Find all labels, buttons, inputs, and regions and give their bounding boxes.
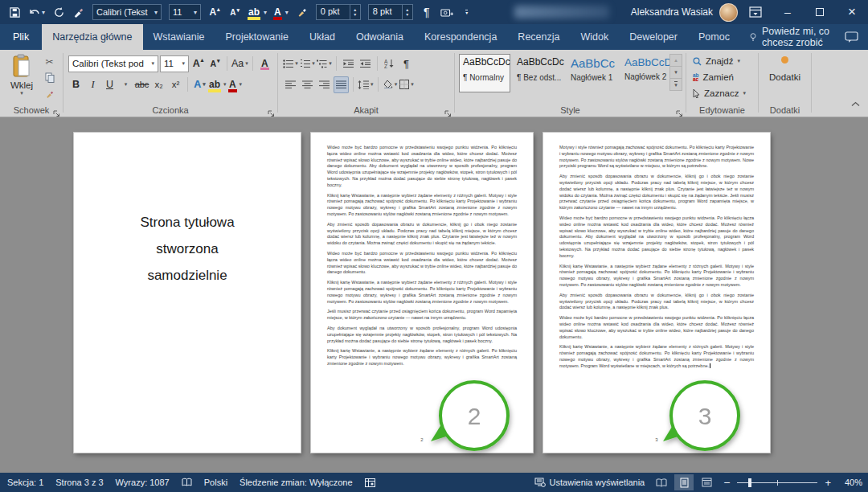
underline-button[interactable]: U — [102, 76, 117, 93]
change-case-button[interactable]: Aa▾ — [231, 55, 248, 72]
style-heading2[interactable]: AaBbCcD Nagłówek 2 — [620, 54, 672, 92]
style-no-spacing[interactable]: AaBbCcDc ¶ Bez odst... — [513, 54, 564, 92]
tab-view[interactable]: Widok — [570, 24, 619, 50]
grow-font-button[interactable]: A▴ — [190, 55, 206, 72]
screenshot-icon[interactable] — [440, 3, 453, 21]
dialog-launcher-icon[interactable] — [268, 106, 275, 113]
numbering-button[interactable]: ▾ — [300, 55, 315, 72]
font-size-combo[interactable]: 11 ▾ — [160, 55, 189, 72]
font-color-button[interactable]: A ▾ — [274, 3, 289, 21]
subscript-button[interactable]: x₂ — [151, 76, 166, 93]
shading-button[interactable]: ▾ — [383, 76, 398, 93]
clear-formatting-button[interactable]: A — [257, 55, 272, 72]
zoom-out-button[interactable]: − — [723, 476, 730, 489]
font-color-button[interactable]: A▾ — [228, 76, 244, 93]
text-highlight-button[interactable]: ab▾ — [209, 76, 227, 93]
shrink-font-button[interactable]: A▾ — [228, 3, 241, 21]
sort-button[interactable]: AZ — [382, 55, 397, 72]
copy-button[interactable] — [42, 71, 57, 84]
customize-qat-icon[interactable]: ▾ — [461, 3, 473, 21]
zoom-level[interactable]: 40% — [838, 478, 862, 487]
macro-record-icon[interactable] — [365, 478, 375, 487]
qat-font-size-combo[interactable]: 11 ▾ — [169, 4, 201, 20]
bullets-button[interactable]: ▾ — [283, 55, 298, 72]
text-effects-button[interactable]: A▾ — [192, 76, 207, 93]
ribbon-display-options-button[interactable] — [739, 0, 772, 24]
increase-indent-button[interactable] — [358, 55, 373, 72]
tab-developer[interactable]: Deweloper — [619, 24, 688, 50]
superscript-button[interactable]: x² — [168, 76, 183, 93]
maximize-button[interactable] — [804, 0, 836, 24]
redo-icon[interactable] — [52, 3, 65, 21]
zoom-in-button[interactable]: + — [825, 477, 831, 489]
bold-button[interactable]: B — [68, 76, 84, 93]
status-section[interactable]: Sekcja: 1 — [7, 478, 43, 487]
tab-design[interactable]: Projektowanie — [215, 24, 299, 50]
style-normal[interactable]: AaBbCcDc ¶ Normalny — [459, 54, 510, 92]
tab-layout[interactable]: Układ — [299, 24, 346, 50]
zoom-slider[interactable] — [737, 474, 817, 490]
justify-button[interactable] — [334, 76, 349, 93]
borders-button[interactable]: ▾ — [399, 76, 415, 93]
page-3[interactable]: Motywy i style również pomagają zachować… — [543, 133, 770, 453]
tab-file[interactable]: Plik — [0, 24, 42, 50]
tab-home[interactable]: Narzędzia główne — [42, 24, 142, 50]
find-button[interactable]: Znajdź▾ — [693, 54, 746, 68]
tab-insert[interactable]: Wstawianie — [143, 24, 215, 50]
align-right-button[interactable] — [317, 76, 332, 93]
text-highlight-button[interactable]: ab ▾ — [248, 3, 267, 21]
tab-mailings[interactable]: Korespondencja — [414, 24, 507, 50]
replace-button[interactable]: abac Zamień — [693, 70, 746, 84]
styles-brush-icon[interactable] — [296, 3, 309, 21]
decrease-indent-button[interactable] — [341, 55, 356, 72]
status-page[interactable]: Strona 3 z 3 — [55, 478, 103, 487]
read-mode-view-button[interactable] — [652, 474, 671, 490]
line-spacing-button[interactable]: ▾ — [358, 76, 374, 93]
save-icon[interactable] — [8, 3, 21, 21]
undo-button[interactable]: ▾ — [28, 3, 45, 21]
page-1[interactable]: Strona tytułowa stworzona samodzielnie — [74, 133, 301, 453]
web-layout-view-button[interactable] — [697, 474, 716, 490]
status-language[interactable]: Polski — [204, 478, 227, 487]
collapse-ribbon-button[interactable] — [851, 96, 860, 110]
cut-button[interactable]: ✂ — [42, 55, 57, 68]
spacing-before-spinner[interactable]: 0 pkt ▴▾ — [316, 4, 361, 20]
format-painter-button[interactable] — [42, 87, 57, 100]
close-button[interactable]: × — [836, 0, 868, 24]
feedback-button[interactable] — [845, 24, 858, 50]
shrink-font-button[interactable]: A▾ — [207, 55, 223, 72]
minimize-button[interactable]: – — [772, 0, 804, 24]
addins-button[interactable]: Dodatki — [759, 56, 811, 82]
spinner-arrows[interactable]: ▴▾ — [350, 5, 360, 19]
page-2[interactable]: Wideo może być bardzo pomocne w przedsta… — [311, 133, 533, 453]
print-layout-view-button[interactable] — [674, 474, 694, 490]
multilevel-list-button[interactable]: ▾ — [317, 55, 332, 72]
display-settings-button[interactable]: Ustawienia wyświetlania — [534, 478, 645, 487]
select-button[interactable]: Zaznacz▾ — [693, 86, 746, 100]
spinner-arrows[interactable]: ▴▾ — [402, 5, 412, 19]
status-word-count[interactable]: Wyrazy: 1087 — [116, 478, 170, 487]
gallery-up-button[interactable]: ▴ — [669, 54, 682, 67]
show-hide-marks-button[interactable]: ¶ — [399, 55, 414, 72]
paste-button[interactable]: Wklej ▾ — [5, 54, 39, 105]
italic-button[interactable]: I — [85, 76, 100, 93]
align-center-button[interactable] — [300, 76, 315, 93]
avatar[interactable] — [719, 3, 738, 22]
underline-dropdown[interactable]: ▾ — [117, 76, 133, 93]
qat-font-name-combo[interactable]: Calibri (Tekst ▾ — [92, 4, 162, 20]
proofing-status-icon[interactable] — [182, 478, 192, 487]
grow-font-button[interactable]: A▴ — [208, 3, 221, 21]
style-heading1[interactable]: AaBbCc Nagłówek 1 — [567, 54, 618, 92]
dialog-launcher-icon[interactable] — [53, 106, 60, 113]
dialog-launcher-icon[interactable] — [676, 106, 683, 113]
strikethrough-button[interactable]: abc — [134, 76, 149, 93]
tab-review[interactable]: Recenzja — [507, 24, 570, 50]
spacing-after-spinner[interactable]: 8 pkt ▴▾ — [368, 4, 413, 20]
gallery-down-button[interactable]: ▾ — [669, 66, 682, 79]
account-area[interactable]: Aleksandra Wasiak — [631, 0, 738, 24]
format-painter-icon[interactable] — [72, 3, 85, 21]
gallery-more-button[interactable]: ▾ — [669, 78, 682, 91]
tab-help[interactable]: Pomoc — [688, 24, 740, 50]
align-left-button[interactable] — [283, 76, 298, 93]
tab-references[interactable]: Odwołania — [346, 24, 414, 50]
